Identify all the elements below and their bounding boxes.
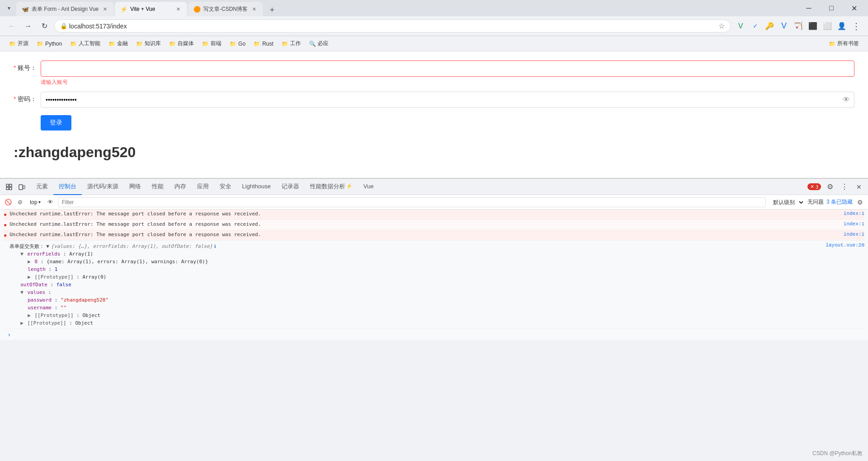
error-badge[interactable]: ✕ 3 (807, 183, 821, 190)
maximize-button[interactable]: □ (821, 2, 842, 14)
context-selector[interactable]: top ▾ (27, 198, 43, 206)
menu-button[interactable]: ⋮ (850, 20, 863, 33)
bookmark-media[interactable]: 📁 自媒体 (165, 38, 197, 49)
log-level-selector[interactable]: 默认级别 (769, 198, 805, 207)
bookmark-work[interactable]: 📁 工作 (278, 38, 305, 49)
bookmarks-bar-right: 📁 所有书签 (825, 38, 863, 49)
tab-csdn[interactable]: 🟠 写文章-CSDN博客 ✕ (188, 2, 263, 16)
devtools-tab-network[interactable]: 网络 (124, 179, 146, 195)
minimize-button[interactable]: ─ (798, 2, 819, 14)
root-object-text: {values: {…}, errorFields: Array(1), out… (51, 243, 213, 249)
devtools-tab-security[interactable]: 安全 (214, 179, 237, 195)
extension-btn-4[interactable]: V (778, 20, 790, 33)
bookmark-bing[interactable]: 🔍 必应 (305, 38, 332, 49)
lock-icon: 🔒 (60, 23, 67, 29)
clear-console-button[interactable]: 🚫 (4, 198, 13, 207)
info-icon: ℹ (214, 244, 216, 249)
close-button[interactable]: ✕ (844, 2, 864, 14)
form-error-link[interactable]: layout.vue:20 (822, 242, 864, 248)
prompt-arrow[interactable]: › (7, 331, 11, 338)
display-value: :zhangdapeng520 (14, 140, 854, 165)
url-bar[interactable]: 🔒 localhost:5173/index ☆ (54, 19, 731, 33)
bookmark-ai[interactable]: 📁 人工智能 (66, 38, 104, 49)
extension-btn-2[interactable]: ✓ (749, 20, 761, 33)
error-link-3[interactable]: index:1 (840, 232, 864, 237)
eye-toggle-button[interactable]: 👁 (46, 198, 55, 207)
devtools-tab-memory[interactable]: 内存 (169, 179, 192, 195)
back-button[interactable]: ← (5, 20, 18, 33)
extension-btn-6[interactable]: ⬛ (807, 20, 819, 33)
tab3-favicon: 🟠 (193, 6, 201, 13)
bookmark-kaiyuan[interactable]: 📁 开源 (5, 38, 32, 49)
expand-arrow-proto-obj1[interactable]: ▶ (28, 312, 31, 318)
login-button[interactable]: 登录 (41, 115, 71, 130)
more-options-icon[interactable]: ⋮ (839, 182, 850, 192)
settings-icon[interactable]: ⚙ (825, 182, 835, 192)
tab2-close[interactable]: ✕ (174, 5, 182, 13)
folder-icon: 📁 (108, 41, 115, 47)
window-controls: ─ □ ✕ (798, 2, 864, 14)
devtools-tab-vue[interactable]: Vue (358, 179, 379, 195)
tab-antdesign[interactable]: 🦋 表单 Form - Ant Design Vue ✕ (16, 2, 114, 16)
svg-rect-4 (19, 185, 23, 190)
close-devtools-icon[interactable]: ✕ (854, 182, 864, 192)
filter-toggle-button[interactable]: ⊘ (15, 198, 24, 207)
username-error: 请输入账号 (41, 79, 854, 86)
error-link-1[interactable]: index:1 (840, 211, 864, 216)
expand-arrow-values[interactable]: ▼ (20, 289, 23, 295)
username-row: * 账号： 请输入账号 (14, 61, 854, 86)
tab1-close[interactable]: ✕ (101, 5, 108, 13)
error-entry-3: ● Unchecked runtime.lastError: The messa… (4, 230, 864, 241)
svg-rect-1 (9, 184, 12, 186)
toolbar-right: V ✓ 🔑 V 🏹 ⬛ ⬜ 👤 ⋮ (734, 20, 863, 33)
expand-arrow-proto-obj2[interactable]: ▶ (20, 320, 23, 326)
expand-arrow-item0[interactable]: ▶ (28, 259, 31, 265)
devtools-tab-recorder[interactable]: 记录器 (276, 179, 305, 195)
console-settings-icon[interactable]: ⚙ (855, 198, 864, 207)
tree-item0: ▶ 0 : {name: Array(1), errors: Array(1),… (9, 258, 822, 265)
forward-button[interactable]: → (22, 20, 34, 33)
error-link-2[interactable]: index:1 (840, 221, 864, 227)
error-icon-2: ● (4, 222, 7, 228)
new-tab-button[interactable]: + (266, 4, 278, 16)
issues-count-text: 3 条已隐藏 (826, 198, 853, 206)
password-input[interactable] (41, 92, 854, 108)
expand-arrow-proto-array[interactable]: ▶ (28, 274, 31, 280)
bookmark-all[interactable]: 📁 所有书签 (825, 38, 863, 49)
bookmark-rust[interactable]: 📁 Rust (250, 39, 277, 49)
tab2-favicon: ⚡ (120, 6, 127, 13)
tab1-favicon: 🦋 (22, 6, 29, 13)
bookmark-go[interactable]: 📁 Go (226, 39, 249, 49)
device-toolbar-icon[interactable] (16, 182, 27, 192)
expand-arrow-errorfields[interactable]: ▼ (20, 251, 23, 257)
tree-expand-root[interactable]: ▼ (46, 243, 49, 249)
extension-btn-7[interactable]: ⬜ (821, 20, 834, 33)
extension-btn-5[interactable]: 🏹 (792, 20, 805, 33)
reload-button[interactable]: ↻ (38, 20, 51, 33)
bookmark-knowledge[interactable]: 📁 知识库 (132, 38, 164, 49)
devtools-tab-performance[interactable]: 性能 (146, 179, 169, 195)
tab-vite[interactable]: ⚡ Vite + Vue ✕ (115, 2, 187, 16)
console-filter-input[interactable] (58, 197, 766, 207)
folder-icon: 📁 (230, 41, 236, 47)
bookmark-finance[interactable]: 📁 金融 (105, 38, 131, 49)
bookmark-python[interactable]: 📁 Python (33, 39, 66, 49)
password-toggle-icon[interactable]: 👁 (843, 96, 850, 104)
tab-list-scroll-btn[interactable]: ▾ (4, 3, 14, 14)
devtools-tab-console[interactable]: 控制台 (53, 179, 82, 195)
devtools-tab-application[interactable]: 应用 (192, 179, 214, 195)
extension-btn-1[interactable]: V (734, 20, 747, 33)
username-input[interactable] (41, 61, 854, 77)
bookmark-frontend[interactable]: 📁 前端 (198, 38, 225, 49)
profile-button[interactable]: 👤 (835, 20, 848, 33)
inspect-element-icon[interactable] (4, 182, 14, 192)
star-icon[interactable]: ☆ (718, 22, 725, 30)
svg-rect-2 (6, 187, 9, 190)
devtools-tab-sources[interactable]: 源代码/来源 (82, 179, 124, 195)
extension-btn-3[interactable]: 🔑 (763, 20, 776, 33)
devtools-tab-lighthouse[interactable]: Lighthouse (237, 179, 277, 195)
devtools-right-controls: ✕ 3 ⚙ ⋮ ✕ (807, 182, 864, 192)
devtools-tab-perf-insights[interactable]: 性能数据分析 ⚡ (305, 179, 358, 195)
tab3-close[interactable]: ✕ (250, 5, 258, 13)
devtools-tab-elements[interactable]: 元素 (31, 179, 53, 195)
